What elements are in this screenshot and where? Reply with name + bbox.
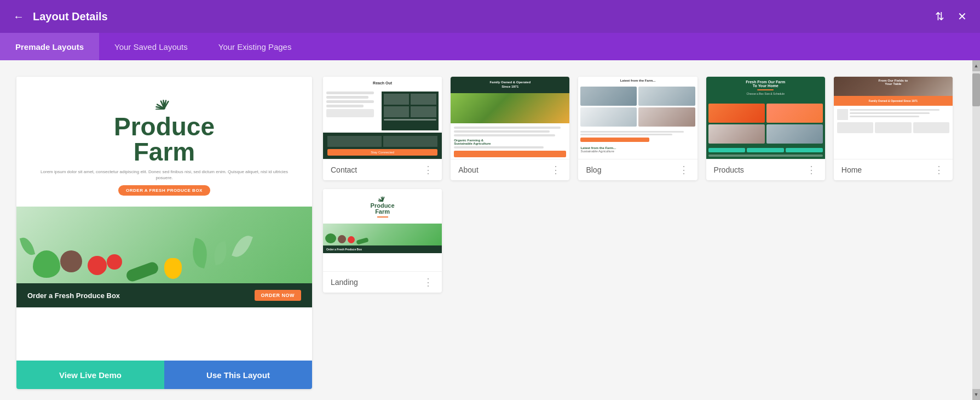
card-landing-label: Landing [331, 278, 358, 287]
card-contact-label: Contact [331, 165, 357, 174]
card-products-label: Products [714, 165, 744, 174]
large-card-actions: View Live Demo Use This Layout [16, 361, 312, 389]
card-landing-thumb: ProduceFarm Order a Fresh Produce Box [323, 189, 442, 271]
scroll-down-button[interactable]: ▼ [972, 389, 980, 400]
cta-bar-text: Order a Fresh Produce Box [27, 292, 246, 300]
veg-leaf-3 [20, 236, 35, 257]
card-about-menu[interactable]: ⋮ [550, 165, 562, 175]
card-blog[interactable]: Latest from the Farm... Latest from the … [578, 77, 697, 180]
card-contact-footer: Contact ⋮ [323, 159, 442, 180]
order-now-button[interactable]: ORDER NOW [255, 290, 302, 301]
content-area: Produce Farm Lorem ipsum dolor sit amet,… [0, 60, 980, 400]
header-left: ← Layout Details [11, 8, 108, 25]
veg-tomato-1 [88, 256, 107, 275]
card-home[interactable]: From Our Fields toYour Table Family Owne… [834, 77, 953, 180]
veg-coconut [60, 250, 82, 272]
card-products-thumb: Fresh From Our FarmTo Your Home Choose a… [706, 77, 825, 159]
header-right: ⇅ ✕ [933, 8, 969, 25]
tab-premade[interactable]: Premade Layouts [0, 33, 99, 60]
tab-existing[interactable]: Your Existing Pages [203, 33, 307, 60]
veg-leaf-1 [188, 238, 211, 268]
sunburst-decoration [142, 88, 186, 110]
card-about-thumb: Family Owned & OperatedSince 1971 Organi… [451, 77, 569, 159]
veg-tomato-2 [107, 254, 122, 270]
tabs-bar: Premade Layouts Your Saved Layouts Your … [0, 33, 980, 60]
card-home-label: Home [841, 165, 862, 174]
card-blog-thumb: Latest from the Farm... Latest from the … [578, 77, 697, 159]
card-products[interactable]: Fresh From Our FarmTo Your Home Choose a… [706, 77, 825, 180]
card-about-footer: About ⋮ [451, 159, 569, 180]
card-home-footer: Home ⋮ [834, 159, 953, 180]
card-contact[interactable]: Reach Out [323, 77, 442, 180]
sort-button[interactable]: ⇅ [933, 8, 947, 25]
tab-saved[interactable]: Your Saved Layouts [99, 33, 203, 60]
large-card-preview: Produce Farm Lorem ipsum dolor sit amet,… [16, 77, 312, 361]
back-button[interactable]: ← [11, 8, 26, 25]
preview-title-farm: Farm [134, 139, 195, 164]
card-about[interactable]: Family Owned & OperatedSince 1971 Organi… [451, 77, 569, 180]
large-preview-card: Produce Farm Lorem ipsum dolor sit amet,… [16, 77, 312, 389]
card-blog-footer: Blog ⋮ [578, 159, 697, 180]
card-about-label: About [458, 165, 479, 174]
veg-leaf-2 [212, 242, 229, 266]
veg-broccoli [33, 250, 60, 278]
card-blog-menu[interactable]: ⋮ [678, 165, 690, 175]
card-landing-footer: Landing ⋮ [323, 271, 442, 293]
scroll-up-button[interactable]: ▲ [972, 60, 980, 71]
cards-grid: Reach Out [323, 77, 964, 389]
scrollbar-thumb[interactable] [972, 73, 980, 106]
preview-cta-bar: Order a Fresh Produce Box ORDER NOW [16, 283, 312, 307]
preview-veggies [16, 207, 312, 283]
modal-title: Layout Details [33, 10, 108, 23]
view-demo-button[interactable]: View Live Demo [16, 361, 164, 389]
card-home-menu[interactable]: ⋮ [933, 165, 945, 175]
preview-top: Produce Farm Lorem ipsum dolor sit amet,… [16, 77, 312, 207]
veg-cucumber [125, 261, 160, 283]
card-blog-label: Blog [586, 165, 601, 174]
card-products-footer: Products ⋮ [706, 159, 825, 180]
card-home-thumb: From Our Fields toYour Table Family Owne… [834, 77, 953, 159]
card-products-menu[interactable]: ⋮ [805, 165, 817, 175]
preview-cta-button[interactable]: ORDER A FRESH PRODUCE BOX [118, 185, 210, 196]
use-layout-button[interactable]: Use This Layout [164, 361, 312, 389]
preview-subtitle: Lorem ipsum dolor sit amet, consectetur … [38, 169, 290, 181]
modal-wrapper: ← Layout Details ⇅ ✕ Premade Layouts You… [0, 0, 980, 400]
veg-leaf-4 [232, 232, 253, 260]
card-landing-menu[interactable]: ⋮ [422, 277, 434, 287]
veg-pepper [164, 258, 182, 279]
close-button[interactable]: ✕ [955, 8, 969, 25]
card-landing[interactable]: ProduceFarm Order a Fresh Produce Box La [323, 189, 442, 293]
card-contact-menu[interactable]: ⋮ [422, 165, 434, 175]
card-contact-thumb: Reach Out [323, 77, 442, 159]
modal-header: ← Layout Details ⇅ ✕ [0, 0, 980, 33]
scrollbar-track: ▲ ▼ [972, 60, 980, 400]
preview-title-produce: Produce [114, 114, 215, 139]
